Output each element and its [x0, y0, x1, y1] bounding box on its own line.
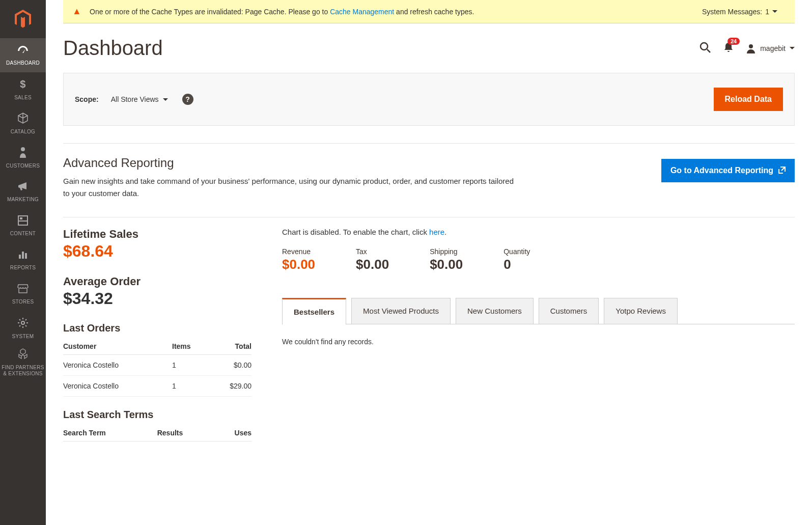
megaphone-icon	[17, 181, 29, 195]
advanced-reporting-section: Advanced Reporting Gain new insights and…	[46, 144, 812, 200]
boxes-icon	[17, 348, 29, 363]
average-order-value: $34.32	[63, 289, 251, 308]
main-content: ▲! One or more of the Cache Types are in…	[46, 0, 812, 441]
person-icon	[19, 147, 27, 161]
header-actions: 24 magebit	[699, 41, 795, 56]
scope-select[interactable]: All Store Views	[111, 95, 168, 103]
nav-reports[interactable]: REPORTS	[0, 243, 46, 277]
col-total: Total	[209, 338, 251, 355]
metrics-row: Revenue $0.00 Tax $0.00 Shipping $0.00 Q…	[282, 247, 795, 272]
nav-partners[interactable]: FIND PARTNERS & EXTENSIONS	[0, 345, 46, 379]
nav-label: CONTENT	[10, 231, 36, 236]
dollar-icon: $	[19, 78, 26, 93]
chevron-down-icon	[772, 10, 777, 13]
system-message-bar: ▲! One or more of the Cache Types are in…	[63, 0, 795, 23]
nav-content[interactable]: CONTENT	[0, 209, 46, 243]
external-link-icon	[778, 167, 786, 175]
admin-sidebar: DASHBOARD $ SALES CATALOG CUSTOMERS MARK…	[0, 0, 46, 441]
last-orders-table: Customer Items Total Veronica Costello 1…	[63, 338, 251, 397]
system-message-text: One or more of the Cache Types are inval…	[90, 8, 702, 16]
svg-line-10	[707, 49, 710, 52]
last-orders-title: Last Orders	[63, 322, 251, 334]
nav-label: REPORTS	[10, 265, 36, 270]
lifetime-sales-value: $68.64	[63, 242, 251, 261]
system-messages-toggle[interactable]: System Messages: 1	[702, 8, 777, 16]
cube-icon	[17, 113, 29, 127]
page-title: Dashboard	[63, 37, 699, 60]
nav-sales[interactable]: $ SALES	[0, 72, 46, 106]
nav-label: CUSTOMERS	[6, 163, 40, 169]
nav-system[interactable]: SYSTEM	[0, 311, 46, 345]
nav-stores[interactable]: STORES	[0, 277, 46, 311]
svg-rect-3	[20, 217, 22, 219]
empty-message: We couldn't find any records.	[282, 338, 374, 346]
cache-management-link[interactable]: Cache Management	[330, 8, 394, 16]
last-search-title: Last Search Terms	[63, 409, 251, 421]
svg-rect-7	[25, 253, 27, 259]
nav-label: FIND PARTNERS & EXTENSIONS	[2, 365, 44, 377]
magento-logo[interactable]	[0, 0, 46, 38]
col-search-term: Search Term	[63, 425, 157, 441]
table-row[interactable]: Veronica Costello 1 $29.00	[63, 376, 251, 397]
tab-bestsellers[interactable]: Bestsellers	[282, 298, 346, 325]
chart-disabled-message: Chart is disabled. To enable the chart, …	[282, 228, 795, 236]
go-to-advanced-reporting-button[interactable]: Go to Advanced Reporting	[661, 159, 795, 182]
last-search-table: Search Term Results Uses	[63, 425, 251, 441]
table-row[interactable]: Veronica Costello 1 $0.00	[63, 355, 251, 376]
svg-point-9	[701, 43, 708, 50]
chart-icon	[18, 250, 28, 263]
col-uses: Uses	[214, 425, 251, 441]
search-icon	[699, 41, 711, 53]
advanced-reporting-title: Advanced Reporting	[63, 156, 641, 170]
nav-label: STORES	[12, 299, 34, 305]
nav-marketing[interactable]: MARKETING	[0, 175, 46, 209]
col-customer: Customer	[63, 338, 172, 355]
svg-point-11	[749, 44, 753, 48]
tab-new-customers[interactable]: New Customers	[456, 298, 534, 324]
notifications-button[interactable]: 24	[723, 42, 734, 55]
chevron-down-icon	[790, 47, 795, 49]
svg-rect-6	[22, 252, 24, 259]
dashboard-icon	[17, 45, 29, 58]
nav-customers[interactable]: CUSTOMERS	[0, 141, 46, 175]
lifetime-sales-block: Lifetime Sales $68.64	[63, 228, 251, 261]
svg-rect-5	[19, 255, 21, 259]
nav-dashboard[interactable]: DASHBOARD	[0, 38, 46, 72]
svg-point-1	[21, 147, 25, 151]
help-icon[interactable]: ?	[182, 94, 193, 105]
svg-text:$: $	[20, 78, 25, 90]
tab-customers[interactable]: Customers	[539, 298, 599, 324]
warning-icon: ▲!	[72, 6, 81, 17]
enable-chart-link[interactable]: here	[429, 228, 444, 236]
metric-quantity: Quantity 0	[503, 247, 530, 272]
average-order-block: Average Order $34.32	[63, 275, 251, 308]
tab-yotpo[interactable]: Yotpo Reviews	[604, 298, 678, 324]
page-header: Dashboard 24 magebit	[46, 23, 812, 64]
right-column: Chart is disabled. To enable the chart, …	[282, 228, 795, 441]
advanced-reporting-desc: Gain new insights and take command of yo…	[63, 175, 521, 200]
metric-revenue: Revenue $0.00	[282, 247, 315, 272]
user-menu[interactable]: magebit	[746, 43, 795, 53]
store-icon	[17, 284, 29, 297]
scope-label: Scope:	[75, 95, 99, 103]
dashboard-columns: Lifetime Sales $68.64 Average Order $34.…	[46, 217, 812, 441]
nav-label: MARKETING	[7, 197, 39, 202]
nav-label: SALES	[14, 95, 32, 100]
gear-icon	[17, 317, 29, 331]
search-button[interactable]	[699, 41, 711, 56]
nav-label: CATALOG	[11, 129, 35, 134]
user-icon	[746, 43, 756, 53]
svg-point-8	[21, 321, 24, 324]
nav-catalog[interactable]: CATALOG	[0, 106, 46, 141]
tab-most-viewed[interactable]: Most Viewed Products	[351, 298, 451, 324]
tab-panel: We couldn't find any records.	[282, 324, 795, 346]
tabs: Bestsellers Most Viewed Products New Cus…	[282, 298, 795, 324]
col-items: Items	[172, 338, 209, 355]
metric-shipping: Shipping $0.00	[430, 247, 463, 272]
metric-tax: Tax $0.00	[356, 247, 389, 272]
scope-bar: Scope: All Store Views ? Reload Data	[63, 73, 795, 126]
col-results: Results	[157, 425, 214, 441]
lifetime-sales-label: Lifetime Sales	[63, 228, 251, 241]
average-order-label: Average Order	[63, 275, 251, 288]
reload-data-button[interactable]: Reload Data	[714, 88, 783, 111]
